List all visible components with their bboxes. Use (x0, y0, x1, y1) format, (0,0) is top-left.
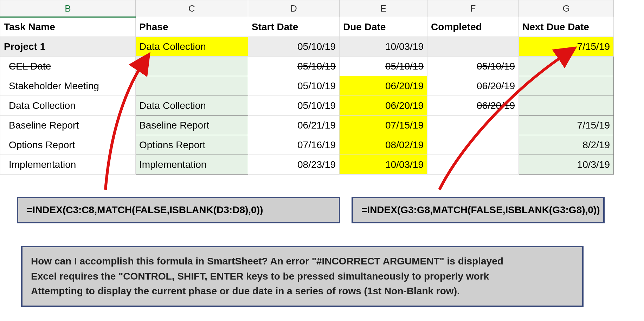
cell-phase[interactable]: Data Collection (136, 37, 248, 57)
question-line: Attempting to display the current phase … (31, 284, 574, 299)
cell-task[interactable]: Baseline Report (0, 116, 136, 135)
cell-completed[interactable]: 05/10/19 (427, 57, 519, 76)
cell-phase[interactable]: Baseline Report (136, 116, 248, 135)
header-task[interactable]: Task Name (0, 17, 136, 37)
cell-completed[interactable] (427, 135, 519, 155)
question-box: How can I accomplish this formula in Sma… (21, 246, 584, 307)
table-row: Project 1 Data Collection 05/10/19 10/03… (0, 37, 614, 57)
table-row: CEL Date 05/10/19 05/10/19 05/10/19 (0, 57, 614, 76)
cell-phase[interactable]: Options Report (136, 135, 248, 155)
formula-box-right: =INDEX(G3:G8,MATCH(FALSE,ISBLANK(G3:G8),… (352, 197, 605, 223)
table-row: Baseline Report Baseline Report 06/21/19… (0, 116, 614, 135)
cell-nextdue[interactable] (519, 57, 614, 76)
cell-task[interactable]: Project 1 (0, 37, 136, 57)
cell-due[interactable]: 07/15/19 (340, 116, 427, 135)
cell-due[interactable]: 06/20/19 (340, 76, 427, 96)
cell-due[interactable]: 06/20/19 (340, 96, 427, 116)
cell-task[interactable]: CEL Date (0, 57, 136, 76)
header-due[interactable]: Due Date (340, 17, 427, 37)
cell-due[interactable]: 05/10/19 (340, 57, 427, 76)
table-row: Options Report Options Report 07/16/19 0… (0, 135, 614, 155)
cell-start[interactable]: 05/10/19 (248, 37, 340, 57)
cell-start[interactable]: 05/10/19 (248, 76, 340, 96)
cell-start[interactable]: 06/21/19 (248, 116, 340, 135)
cell-start[interactable]: 07/16/19 (248, 135, 340, 155)
colhead-d[interactable]: D (248, 0, 340, 17)
cell-phase[interactable]: Implementation (136, 155, 248, 175)
cell-nextdue[interactable] (519, 76, 614, 96)
cell-task[interactable]: Implementation (0, 155, 136, 175)
question-line: How can I accomplish this formula in Sma… (31, 254, 574, 269)
header-phase[interactable]: Phase (136, 17, 248, 37)
spreadsheet-table: B C D E F G Task Name Phase Start Date D… (0, 0, 614, 175)
cell-start[interactable]: 08/23/19 (248, 155, 340, 175)
cell-nextdue[interactable] (519, 96, 614, 116)
header-nextdue[interactable]: Next Due Date (519, 17, 614, 37)
cell-completed[interactable] (427, 155, 519, 175)
cell-phase[interactable]: Data Collection (136, 96, 248, 116)
cell-nextdue[interactable]: 7/15/19 (519, 37, 614, 57)
cell-completed[interactable]: 06/20/19 (427, 76, 519, 96)
cell-nextdue[interactable]: 8/2/19 (519, 135, 614, 155)
header-completed[interactable]: Completed (427, 17, 519, 37)
table-row: Implementation Implementation 08/23/19 1… (0, 155, 614, 175)
colhead-f[interactable]: F (427, 0, 519, 17)
cell-task[interactable]: Options Report (0, 135, 136, 155)
cell-task[interactable]: Data Collection (0, 96, 136, 116)
colhead-b[interactable]: B (0, 0, 136, 17)
header-start[interactable]: Start Date (248, 17, 340, 37)
cell-due[interactable]: 10/03/19 (340, 37, 427, 57)
cell-nextdue[interactable]: 7/15/19 (519, 116, 614, 135)
cell-start[interactable]: 05/10/19 (248, 57, 340, 76)
question-line: Excel requires the "CONTROL, SHIFT, ENTE… (31, 269, 574, 284)
colhead-e[interactable]: E (340, 0, 427, 17)
cell-due[interactable]: 08/02/19 (340, 135, 427, 155)
cell-phase[interactable] (136, 57, 248, 76)
cell-due[interactable]: 10/03/19 (340, 155, 427, 175)
cell-phase[interactable] (136, 76, 248, 96)
cell-completed[interactable] (427, 116, 519, 135)
cell-completed[interactable] (427, 37, 519, 57)
cell-start[interactable]: 05/10/19 (248, 96, 340, 116)
table-row: Data Collection Data Collection 05/10/19… (0, 96, 614, 116)
colhead-g[interactable]: G (519, 0, 614, 17)
cell-nextdue[interactable]: 10/3/19 (519, 155, 614, 175)
column-header-row: B C D E F G (0, 0, 614, 17)
cell-task[interactable]: Stakeholder Meeting (0, 76, 136, 96)
formula-box-left: =INDEX(C3:C8,MATCH(FALSE,ISBLANK(D3:D8),… (17, 197, 340, 223)
table-row: Stakeholder Meeting 05/10/19 06/20/19 06… (0, 76, 614, 96)
colhead-c[interactable]: C (136, 0, 248, 17)
table-header-row: Task Name Phase Start Date Due Date Comp… (0, 17, 614, 37)
cell-completed[interactable]: 06/20/19 (427, 96, 519, 116)
